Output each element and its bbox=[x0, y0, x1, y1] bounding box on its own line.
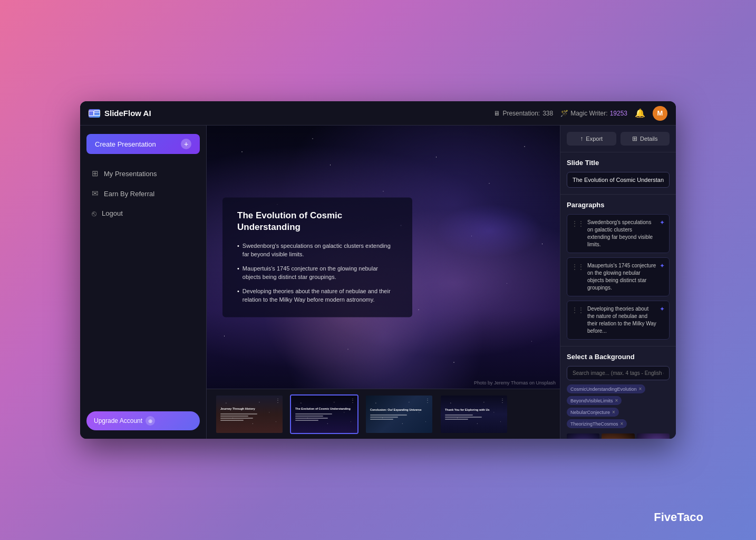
create-presentation-button[interactable]: Create Presentation + bbox=[86, 134, 200, 154]
thumb-bg-1: ⋮ Journey Through History bbox=[216, 396, 283, 433]
thumbnail-1[interactable]: ⋮ Journey Through History bbox=[215, 394, 284, 434]
details-icon: ⊞ bbox=[632, 135, 637, 142]
tag-label-3: NebularConjecture bbox=[570, 410, 610, 415]
tag-1[interactable]: CosmicUnderstandingEvolution × bbox=[567, 384, 645, 393]
drag-handle-1[interactable]: ⋮⋮ bbox=[571, 219, 584, 227]
main-content: The Evolution of Cosmic Understanding Sw… bbox=[207, 126, 560, 439]
sidebar-item-referral[interactable]: ✉ Earn By Referral bbox=[86, 185, 200, 202]
tag-remove-2[interactable]: × bbox=[615, 398, 618, 403]
tag-3[interactable]: NebularConjecture × bbox=[567, 408, 619, 417]
referral-icon: ✉ bbox=[92, 189, 99, 198]
thumbnails-bar: ⋮ Journey Through History bbox=[207, 389, 560, 439]
tag-2[interactable]: BeyondVisibleLimits × bbox=[567, 396, 622, 405]
photo-credit: Photo by Jeremy Thomas on Unsplash bbox=[474, 380, 556, 385]
slide-title-section: Slide Title bbox=[560, 152, 676, 195]
para-action-2[interactable]: ✦ bbox=[660, 262, 665, 269]
thumb-line bbox=[295, 416, 323, 417]
thumb-line bbox=[220, 420, 244, 421]
drag-handle-3[interactable]: ⋮⋮ bbox=[571, 305, 584, 314]
thumb-line bbox=[370, 414, 407, 416]
upgrade-icon: ⊕ bbox=[146, 416, 155, 426]
upgrade-button-label: Upgrade Account bbox=[94, 417, 142, 425]
thumb-title-1: Journey Through History bbox=[220, 407, 255, 411]
bg-option-1[interactable] bbox=[567, 433, 599, 439]
tag-4[interactable]: TheorizingTheCosmos × bbox=[567, 419, 627, 428]
slide-content-box: The Evolution of Cosmic Understanding Sw… bbox=[222, 197, 412, 317]
thumbnail-3[interactable]: ⋮ Conclusion: Our Expanding Universe bbox=[365, 394, 433, 434]
thumb-content-3: Conclusion: Our Expanding Universe bbox=[366, 396, 432, 433]
slide-bullet-3: Developing theories about the nature of … bbox=[237, 287, 398, 304]
slide-title-input[interactable] bbox=[567, 172, 670, 188]
thumb-line bbox=[295, 413, 332, 414]
presentations-icon: ⊞ bbox=[92, 169, 99, 178]
thumbnail-2[interactable]: ⋮ The Evolution of Cosmic Understanding bbox=[290, 394, 358, 434]
sidebar-bottom: Upgrade Account ⊕ bbox=[86, 411, 200, 430]
drag-handle-2[interactable]: ⋮⋮ bbox=[571, 262, 584, 271]
nav-referral-label: Earn By Referral bbox=[104, 190, 154, 198]
thumb-title-2: The Evolution of Cosmic Understanding bbox=[295, 407, 351, 411]
paragraph-text-1: Swedenborg's speculations on galactic cl… bbox=[587, 219, 656, 248]
tag-label-4: TheorizingTheCosmos bbox=[570, 421, 618, 427]
thumb-line bbox=[220, 416, 248, 417]
thumb-lines-1 bbox=[220, 413, 267, 421]
upgrade-account-button[interactable]: Upgrade Account ⊕ bbox=[86, 411, 200, 430]
bg-option-3[interactable] bbox=[637, 433, 670, 439]
slide-bullet-1: Swedenborg's speculations on galactic cl… bbox=[237, 242, 398, 259]
thumb-line bbox=[220, 418, 253, 419]
thumb-line bbox=[370, 419, 393, 420]
fire-icon: 🪄 bbox=[560, 110, 568, 117]
thumb-lines-3 bbox=[370, 414, 416, 420]
background-grid bbox=[567, 433, 670, 439]
thumb-line bbox=[370, 417, 398, 418]
export-button[interactable]: ↑ Export bbox=[567, 132, 616, 146]
bell-icon[interactable]: 🔔 bbox=[635, 108, 645, 118]
tag-remove-1[interactable]: × bbox=[639, 386, 642, 392]
header-right: 🖥 Presentation: 338 🪄 Magic Writer: 1925… bbox=[493, 106, 667, 121]
avatar[interactable]: M bbox=[653, 106, 667, 121]
tag-label-2: BeyondVisibleLimits bbox=[570, 398, 613, 403]
export-icon: ↑ bbox=[580, 135, 583, 142]
fivetaco-branding: FiveTaco bbox=[654, 510, 703, 524]
tag-remove-4[interactable]: × bbox=[621, 421, 624, 427]
background-search-input[interactable] bbox=[567, 366, 670, 380]
para-action-3[interactable]: ✦ bbox=[660, 305, 665, 313]
branding-text: FiveTaco bbox=[654, 510, 703, 524]
magic-writer-count: 19253 bbox=[610, 110, 627, 117]
thumb-line bbox=[295, 418, 328, 419]
thumb-title-3: Conclusion: Our Expanding Universe bbox=[370, 408, 422, 412]
app-title: SlideFlow AI bbox=[104, 109, 151, 118]
bg-option-2[interactable] bbox=[602, 433, 634, 439]
paragraphs-section: Paragraphs ⋮⋮ Swedenborg's speculations … bbox=[560, 195, 676, 346]
presentation-label: Presentation: bbox=[502, 110, 540, 117]
nav-presentations-label: My Presentations bbox=[104, 170, 157, 178]
paragraph-item-3: ⋮⋮ Developing theories about the nature … bbox=[567, 301, 670, 340]
thumb-title-4: Thank You for Exploring with Us bbox=[445, 408, 489, 412]
tag-remove-3[interactable]: × bbox=[612, 409, 615, 415]
thumb-line bbox=[220, 413, 257, 414]
right-panel: ↑ Export ⊞ Details Slide Title Paragraph… bbox=[560, 126, 676, 439]
panel-toolbar: ↑ Export ⊞ Details bbox=[560, 126, 676, 152]
slide-bullet-2: Maupertuis's 1745 conjecture on the glow… bbox=[237, 264, 398, 282]
details-button[interactable]: ⊞ Details bbox=[621, 132, 670, 146]
sidebar-item-presentations[interactable]: ⊞ My Presentations bbox=[86, 165, 200, 182]
monitor-icon: 🖥 bbox=[493, 110, 500, 117]
sidebar: Create Presentation + ⊞ My Presentations… bbox=[80, 126, 207, 439]
thumb-content-4: Thank You for Exploring with Us bbox=[441, 396, 507, 433]
para-action-1[interactable]: ✦ bbox=[660, 219, 665, 226]
thumb-line bbox=[295, 420, 318, 421]
svg-rect-0 bbox=[94, 111, 100, 115]
thumb-line bbox=[445, 417, 482, 418]
thumb-lines-4 bbox=[445, 414, 491, 420]
thumb-bg-4: ⋮ Thank You for Exploring with Us bbox=[441, 396, 507, 433]
logo-area: SlideFlow AI bbox=[89, 109, 151, 118]
create-button-label: Create Presentation bbox=[95, 140, 156, 148]
sidebar-item-logout[interactable]: ⎋ Logout bbox=[86, 205, 200, 222]
plus-icon: + bbox=[181, 139, 191, 149]
thumbnail-4[interactable]: ⋮ Thank You for Exploring with Us bbox=[440, 394, 508, 434]
thumb-content-1: Journey Through History bbox=[216, 396, 283, 433]
thumb-line bbox=[445, 414, 473, 416]
presentation-count: 338 bbox=[542, 110, 553, 117]
slide-main-title: The Evolution of Cosmic Understanding bbox=[237, 210, 398, 233]
header: SlideFlow AI 🖥 Presentation: 338 🪄 Magic… bbox=[80, 101, 676, 126]
magic-writer-label: Magic Writer: bbox=[570, 110, 607, 117]
